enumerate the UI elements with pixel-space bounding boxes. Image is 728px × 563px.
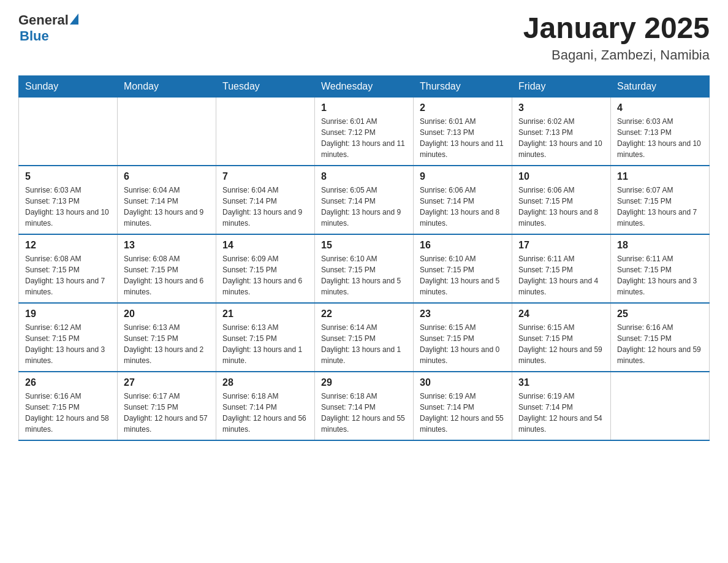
day-number: 28 [222, 377, 308, 388]
calendar-day-8: 8Sunrise: 6:05 AMSunset: 7:14 PMDaylight… [315, 166, 414, 234]
header-day-saturday: Saturday [611, 75, 710, 97]
day-info: Sunrise: 6:02 AMSunset: 7:13 PMDaylight:… [518, 116, 604, 160]
calendar-day-12: 12Sunrise: 6:08 AMSunset: 7:15 PMDayligh… [19, 234, 118, 303]
day-number: 20 [124, 308, 210, 320]
day-info: Sunrise: 6:08 AMSunset: 7:15 PMDaylight:… [124, 253, 210, 297]
day-number: 23 [420, 308, 506, 320]
day-info: Sunrise: 6:16 AMSunset: 7:15 PMDaylight:… [25, 391, 111, 435]
header-day-thursday: Thursday [414, 75, 512, 97]
day-number: 29 [321, 377, 407, 388]
logo-triangle-icon [70, 13, 78, 25]
calendar-empty-cell [611, 372, 710, 440]
day-info: Sunrise: 6:06 AMSunset: 7:15 PMDaylight:… [518, 185, 604, 229]
calendar-empty-cell [118, 97, 216, 166]
day-number: 11 [617, 171, 703, 182]
day-info: Sunrise: 6:01 AMSunset: 7:12 PMDaylight:… [321, 116, 407, 160]
day-info: Sunrise: 6:03 AMSunset: 7:13 PMDaylight:… [25, 185, 111, 229]
calendar-day-2: 2Sunrise: 6:01 AMSunset: 7:13 PMDaylight… [414, 97, 512, 166]
day-info: Sunrise: 6:18 AMSunset: 7:14 PMDaylight:… [222, 391, 308, 435]
header-day-friday: Friday [512, 75, 611, 97]
day-info: Sunrise: 6:01 AMSunset: 7:13 PMDaylight:… [420, 116, 506, 160]
day-info: Sunrise: 6:14 AMSunset: 7:15 PMDaylight:… [321, 322, 407, 366]
day-info: Sunrise: 6:13 AMSunset: 7:15 PMDaylight:… [222, 322, 308, 366]
logo: General Blue [18, 12, 78, 44]
calendar-day-19: 19Sunrise: 6:12 AMSunset: 7:15 PMDayligh… [19, 303, 118, 372]
calendar-day-6: 6Sunrise: 6:04 AMSunset: 7:14 PMDaylight… [118, 166, 216, 234]
header-day-sunday: Sunday [19, 75, 118, 97]
calendar-day-4: 4Sunrise: 6:03 AMSunset: 7:13 PMDaylight… [611, 97, 710, 166]
calendar-week-row: 1Sunrise: 6:01 AMSunset: 7:12 PMDaylight… [19, 97, 710, 166]
day-info: Sunrise: 6:11 AMSunset: 7:15 PMDaylight:… [518, 253, 604, 297]
day-number: 13 [124, 240, 210, 251]
calendar-day-23: 23Sunrise: 6:15 AMSunset: 7:15 PMDayligh… [414, 303, 512, 372]
calendar-day-1: 1Sunrise: 6:01 AMSunset: 7:12 PMDaylight… [315, 97, 414, 166]
day-number: 27 [124, 377, 210, 388]
day-info: Sunrise: 6:05 AMSunset: 7:14 PMDaylight:… [321, 185, 407, 229]
day-number: 31 [518, 377, 604, 388]
day-number: 15 [321, 240, 407, 251]
day-number: 17 [518, 240, 604, 251]
title-block: January 2025 Bagani, Zambezi, Namibia [523, 12, 710, 63]
calendar-day-27: 27Sunrise: 6:17 AMSunset: 7:15 PMDayligh… [118, 372, 216, 440]
day-number: 9 [420, 171, 506, 182]
calendar-table: SundayMondayTuesdayWednesdayThursdayFrid… [18, 75, 710, 441]
day-info: Sunrise: 6:11 AMSunset: 7:15 PMDaylight:… [617, 253, 703, 297]
day-info: Sunrise: 6:19 AMSunset: 7:14 PMDaylight:… [420, 391, 506, 435]
calendar-day-17: 17Sunrise: 6:11 AMSunset: 7:15 PMDayligh… [512, 234, 611, 303]
day-number: 26 [25, 377, 111, 388]
day-number: 10 [518, 171, 604, 182]
calendar-day-3: 3Sunrise: 6:02 AMSunset: 7:13 PMDaylight… [512, 97, 611, 166]
calendar-day-20: 20Sunrise: 6:13 AMSunset: 7:15 PMDayligh… [118, 303, 216, 372]
day-info: Sunrise: 6:15 AMSunset: 7:15 PMDaylight:… [420, 322, 506, 366]
calendar-day-13: 13Sunrise: 6:08 AMSunset: 7:15 PMDayligh… [118, 234, 216, 303]
calendar-day-29: 29Sunrise: 6:18 AMSunset: 7:14 PMDayligh… [315, 372, 414, 440]
day-info: Sunrise: 6:07 AMSunset: 7:15 PMDaylight:… [617, 185, 703, 229]
day-number: 30 [420, 377, 506, 388]
location-subtitle: Bagani, Zambezi, Namibia [523, 47, 710, 63]
day-info: Sunrise: 6:19 AMSunset: 7:14 PMDaylight:… [518, 391, 604, 435]
calendar-day-18: 18Sunrise: 6:11 AMSunset: 7:15 PMDayligh… [611, 234, 710, 303]
calendar-day-22: 22Sunrise: 6:14 AMSunset: 7:15 PMDayligh… [315, 303, 414, 372]
day-info: Sunrise: 6:03 AMSunset: 7:13 PMDaylight:… [617, 116, 703, 160]
day-info: Sunrise: 6:10 AMSunset: 7:15 PMDaylight:… [420, 253, 506, 297]
calendar-week-row: 12Sunrise: 6:08 AMSunset: 7:15 PMDayligh… [19, 234, 710, 303]
calendar-day-7: 7Sunrise: 6:04 AMSunset: 7:14 PMDaylight… [216, 166, 315, 234]
calendar-week-row: 26Sunrise: 6:16 AMSunset: 7:15 PMDayligh… [19, 372, 710, 440]
calendar-day-26: 26Sunrise: 6:16 AMSunset: 7:15 PMDayligh… [19, 372, 118, 440]
calendar-day-10: 10Sunrise: 6:06 AMSunset: 7:15 PMDayligh… [512, 166, 611, 234]
day-number: 16 [420, 240, 506, 251]
day-number: 3 [518, 102, 604, 113]
day-number: 4 [617, 102, 703, 113]
calendar-week-row: 19Sunrise: 6:12 AMSunset: 7:15 PMDayligh… [19, 303, 710, 372]
day-number: 7 [222, 171, 308, 182]
header-day-wednesday: Wednesday [315, 75, 414, 97]
calendar-day-30: 30Sunrise: 6:19 AMSunset: 7:14 PMDayligh… [414, 372, 512, 440]
header-day-tuesday: Tuesday [216, 75, 315, 97]
day-number: 2 [420, 102, 506, 113]
logo-general-text: General [18, 12, 69, 28]
calendar-empty-cell [19, 97, 118, 166]
calendar-week-row: 5Sunrise: 6:03 AMSunset: 7:13 PMDaylight… [19, 166, 710, 234]
day-info: Sunrise: 6:06 AMSunset: 7:14 PMDaylight:… [420, 185, 506, 229]
calendar-day-14: 14Sunrise: 6:09 AMSunset: 7:15 PMDayligh… [216, 234, 315, 303]
day-number: 14 [222, 240, 308, 251]
calendar-empty-cell [216, 97, 315, 166]
calendar-day-31: 31Sunrise: 6:19 AMSunset: 7:14 PMDayligh… [512, 372, 611, 440]
day-number: 5 [25, 171, 111, 182]
calendar-day-24: 24Sunrise: 6:15 AMSunset: 7:15 PMDayligh… [512, 303, 611, 372]
day-info: Sunrise: 6:16 AMSunset: 7:15 PMDaylight:… [617, 322, 703, 366]
header-day-monday: Monday [118, 75, 216, 97]
calendar-day-5: 5Sunrise: 6:03 AMSunset: 7:13 PMDaylight… [19, 166, 118, 234]
day-info: Sunrise: 6:04 AMSunset: 7:14 PMDaylight:… [222, 185, 308, 229]
day-number: 18 [617, 240, 703, 251]
calendar-day-11: 11Sunrise: 6:07 AMSunset: 7:15 PMDayligh… [611, 166, 710, 234]
calendar-day-21: 21Sunrise: 6:13 AMSunset: 7:15 PMDayligh… [216, 303, 315, 372]
day-number: 12 [25, 240, 111, 251]
day-number: 21 [222, 308, 308, 320]
calendar-day-15: 15Sunrise: 6:10 AMSunset: 7:15 PMDayligh… [315, 234, 414, 303]
day-info: Sunrise: 6:04 AMSunset: 7:14 PMDaylight:… [124, 185, 210, 229]
day-number: 25 [617, 308, 703, 320]
day-number: 19 [25, 308, 111, 320]
day-info: Sunrise: 6:12 AMSunset: 7:15 PMDaylight:… [25, 322, 111, 366]
day-number: 8 [321, 171, 407, 182]
